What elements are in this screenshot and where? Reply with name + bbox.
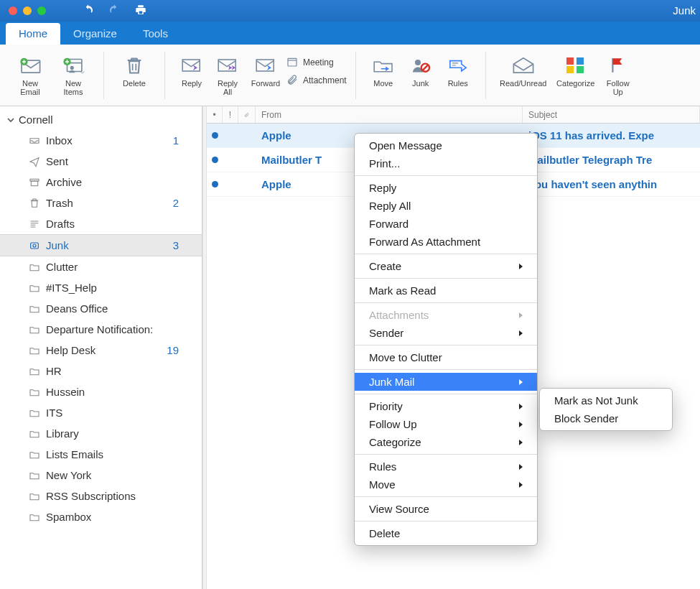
folder-trash[interactable]: Trash 2 [0,193,202,213]
folder-count: 1 [173,134,192,147]
folder-sent[interactable]: Sent [0,151,202,172]
rules-button[interactable]: Rules [439,50,477,88]
menu-item-mark-as-read[interactable]: Mark as Read [355,282,537,300]
envelope-open-icon [511,53,536,78]
forward-button[interactable]: Forward [246,50,286,88]
tab-tools[interactable]: Tools [130,23,181,45]
move-button[interactable]: Move [365,50,402,88]
folder-new-york[interactable]: New York [0,465,202,486]
menu-item-sender[interactable]: Sender [355,324,537,342]
col-attachment[interactable] [238,106,256,123]
reply-all-button[interactable]: Reply All [210,50,246,97]
menu-item-rules[interactable]: Rules [355,458,537,476]
menu-item-open-message[interactable]: Open Message [355,136,537,154]
menu-item-label: Attachments [369,309,429,321]
new-items-button[interactable]: New Items [52,50,95,97]
minimize-window-button[interactable] [23,6,32,15]
menu-item-move[interactable]: Move [355,476,537,493]
folder-label: Clutter [46,261,78,273]
menu-separator [355,175,537,176]
junk-mail-submenu[interactable]: Mark as Not JunkBlock Sender [539,388,673,431]
folder-icon [27,428,42,440]
new-email-button[interactable]: New Email [9,50,52,97]
menu-item-move-to-clutter[interactable]: Move to Clutter [355,348,537,366]
menu-item-junk-mail[interactable]: Junk Mail [355,373,537,391]
menu-item-follow-up[interactable]: Follow Up [355,415,537,433]
close-window-button[interactable] [9,6,17,15]
svg-rect-17 [31,243,39,249]
reply-button[interactable]: Reply [174,50,210,88]
menu-item-reply-all[interactable]: Reply All [355,197,537,215]
ribbon-tabs: Home Organize Tools [0,22,700,45]
folder-icon [27,324,42,335]
account-header[interactable]: Cornell [0,106,202,130]
folder-junk[interactable]: Junk 3 [0,234,202,256]
menu-item-forward[interactable]: Forward [355,215,537,233]
folder-departure-notification-[interactable]: Departure Notification: [0,319,202,340]
menu-item-print-[interactable]: Print... [355,154,537,172]
menu-item-reply[interactable]: Reply [355,179,537,197]
undo-icon[interactable] [82,4,95,19]
folder-hussein[interactable]: Hussein [0,381,202,402]
folder-its[interactable]: ITS [0,402,202,423]
menu-item-label: Reply All [369,200,411,212]
folder-drafts[interactable]: Drafts [0,213,202,234]
menu-item-label: Sender [369,327,403,339]
folder-clutter[interactable]: Clutter [0,256,202,277]
submenu-item-block-sender[interactable]: Block Sender [540,409,672,427]
folder--its-help[interactable]: #ITS_Help [0,277,202,298]
chevron-right-icon [518,418,524,430]
menu-item-categorize[interactable]: Categorize [355,433,537,451]
folder-help-desk[interactable]: Help Desk 19 [0,340,202,361]
unread-dot [207,181,223,187]
account-name: Cornell [19,113,53,126]
tab-home[interactable]: Home [6,23,60,45]
svg-rect-12 [577,57,584,65]
junk-button[interactable]: Junk [402,50,439,88]
menu-item-view-source[interactable]: View Source [355,500,537,518]
folder-label: ITS [46,407,62,419]
envelope-plus-icon [18,53,42,78]
col-unread-dot[interactable]: • [207,106,223,123]
folder-label: HR [46,365,62,377]
menu-item-delete[interactable]: Delete [355,524,537,542]
follow-up-button[interactable]: Follow Up [599,50,637,97]
zoom-window-button[interactable] [37,6,46,15]
submenu-item-mark-as-not-junk[interactable]: Mark as Not Junk [540,391,672,409]
read-unread-button[interactable]: Read/Unread [495,50,552,88]
ribbon-separator [103,52,104,99]
drafts-icon [27,218,42,230]
delete-button[interactable]: Delete [113,50,156,88]
col-subject[interactable]: Subject [523,106,700,123]
folder-rss-subscriptions[interactable]: RSS Subscriptions [0,486,202,506]
calendar-icon [286,56,299,70]
folder-archive[interactable]: Archive [0,172,202,193]
folder-hr[interactable]: HR [0,361,202,381]
categorize-button[interactable]: Categorize [552,50,599,88]
print-icon[interactable] [134,4,148,19]
folder-library[interactable]: Library [0,423,202,444]
menu-separator [355,345,537,345]
folder-label: Library [46,427,79,440]
meeting-button[interactable]: Meeting [286,56,347,70]
folder-lists-emails[interactable]: Lists Emails [0,444,202,465]
menu-item-create[interactable]: Create [355,257,537,275]
chevron-right-icon [518,376,524,388]
attachment-button[interactable]: Attachment [286,74,347,88]
folder-inbox[interactable]: Inbox 1 [0,130,202,151]
menu-separator [355,394,537,394]
menu-item-priority[interactable]: Priority [355,397,537,415]
col-importance[interactable]: ! [223,106,238,123]
window-title: Junk [673,4,696,17]
folder-deans-office[interactable]: Deans Office [0,298,202,319]
col-from[interactable]: From [256,106,523,123]
menu-item-forward-as-attachment[interactable]: Forward As Attachment [355,233,537,251]
folder-label: Archive [46,176,82,188]
redo-icon[interactable] [108,4,121,19]
folder-spambox[interactable]: Spambox [0,506,202,527]
context-menu[interactable]: Open MessagePrint...ReplyReply AllForwar… [354,133,538,546]
folder-icon [27,407,42,419]
menu-item-label: Priority [369,400,403,412]
quick-access-toolbar [82,4,148,19]
tab-organize[interactable]: Organize [60,23,130,45]
